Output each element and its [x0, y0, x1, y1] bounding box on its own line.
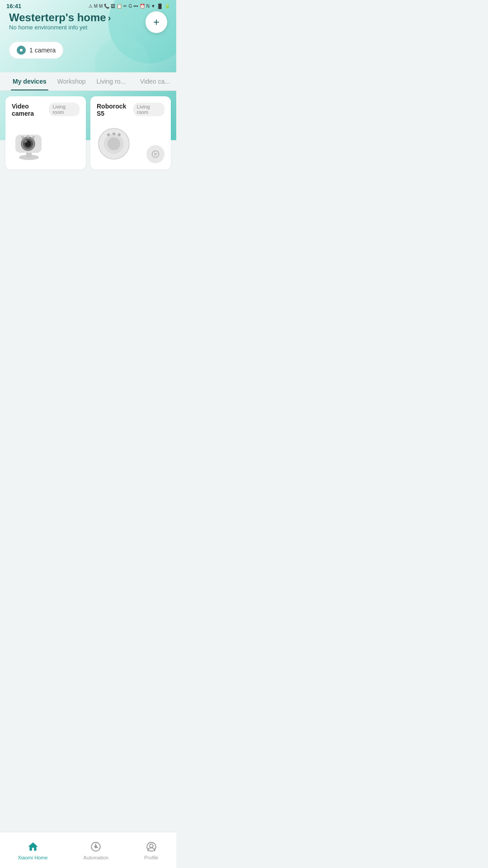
svg-point-14	[108, 137, 120, 150]
tab-r[interactable]: R	[175, 72, 176, 90]
device-name-camera: Video camera	[12, 103, 49, 117]
device-card-header: Video camera Living room	[12, 103, 80, 117]
add-icon: +	[153, 16, 160, 28]
tab-my-devices[interactable]: My devices	[7, 72, 52, 90]
device-name-roborock: Roborock S5	[97, 103, 133, 117]
tab-video-camera[interactable]: Video ca...	[135, 72, 175, 90]
alarm-icon: ⏰	[140, 4, 145, 9]
svg-point-8	[24, 140, 27, 143]
home-title-text: Westerterp's home	[9, 11, 106, 24]
device-card-roborock[interactable]: Roborock S5 Living room	[90, 96, 171, 170]
tabs-row: My devices Workshop Living ro... Video c…	[0, 72, 176, 91]
svg-point-1	[21, 49, 22, 50]
tabs-section: My devices Workshop Living ro... Video c…	[0, 72, 176, 91]
device-room-roborock: Living room	[133, 103, 164, 116]
device-room-camera: Living room	[49, 103, 80, 116]
roborock-action-button[interactable]	[146, 145, 164, 163]
gmail2-icon: M	[99, 4, 103, 9]
chevron-right-icon: ›	[108, 13, 111, 23]
svg-point-17	[118, 133, 121, 136]
camera-image-area	[12, 123, 80, 163]
battery-icon: 🔋	[164, 4, 170, 9]
status-icons: ⚠ M M 📞 🖼 📋 ✏ G ••• ⏰ N ▼ ▐▌ 🔋	[89, 4, 170, 9]
svg-point-16	[113, 132, 115, 135]
svg-point-10	[27, 135, 29, 138]
photos-icon: 🖼	[111, 4, 115, 9]
more-icon: •••	[133, 4, 138, 9]
add-button[interactable]: +	[145, 11, 167, 33]
header-section: Westerterp's home › No home environment …	[0, 11, 176, 59]
svg-point-9	[21, 136, 24, 139]
camera-device-svg	[12, 125, 46, 161]
nfc-icon: N	[146, 4, 150, 9]
tab-workshop[interactable]: Workshop	[52, 72, 91, 90]
translate-icon: G	[128, 4, 132, 9]
wifi-icon: ▼	[151, 4, 155, 9]
svg-point-11	[32, 136, 35, 139]
device-card-video-camera[interactable]: Video camera Living room	[5, 96, 86, 170]
clipboard-icon: 📋	[117, 4, 122, 9]
status-bar: 16:41 ⚠ M M 📞 🖼 📋 ✏ G ••• ⏰ N ▼ ▐▌ 🔋	[0, 0, 176, 11]
home-title-row[interactable]: Westerterp's home ›	[9, 11, 111, 24]
roborock-device-svg	[97, 125, 133, 161]
home-subtitle: No home environment info yet	[9, 24, 111, 31]
svg-point-15	[107, 133, 110, 136]
device-card-roborock-header: Roborock S5 Living room	[97, 103, 164, 117]
alert-icon: ⚠	[89, 4, 93, 9]
header-top: Westerterp's home › No home environment …	[9, 11, 167, 40]
camera-badge[interactable]: 1 camera	[9, 42, 63, 59]
phone-icon: 📞	[104, 4, 109, 9]
gmail-icon: M	[94, 4, 98, 9]
tab-living-room[interactable]: Living ro...	[91, 72, 131, 90]
roborock-image-area	[97, 123, 164, 163]
feather-icon: ✏	[123, 4, 127, 9]
signal-icon: ▐▌	[157, 4, 163, 9]
status-time: 16:41	[6, 3, 21, 9]
camera-count-label: 1 camera	[29, 47, 56, 54]
camera-badge-icon	[17, 46, 26, 55]
